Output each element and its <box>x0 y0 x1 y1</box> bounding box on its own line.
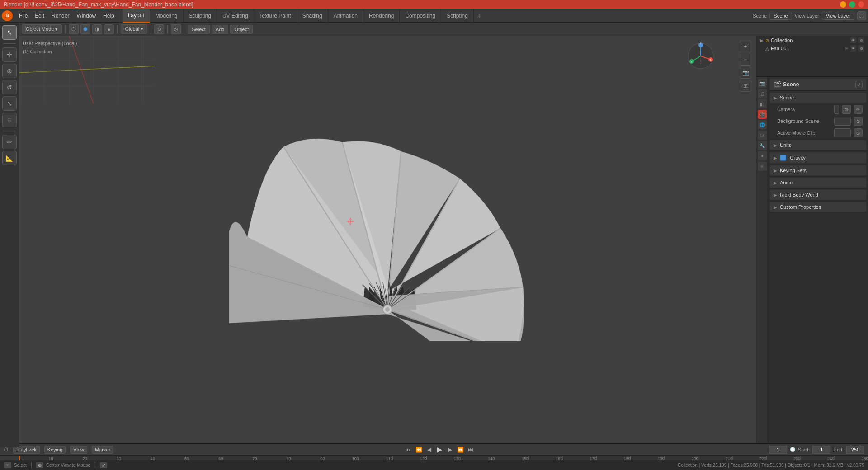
viewlayer-selector[interactable]: View Layer <box>822 12 854 20</box>
gravity-label: Gravity <box>790 155 806 160</box>
bg-scene-value[interactable] <box>834 117 851 126</box>
fan-eye-icon[interactable]: 👁 <box>850 45 856 52</box>
jump-start-btn[interactable]: ⏮ <box>404 445 413 454</box>
step-fwd-btn[interactable]: ▶ <box>445 445 454 454</box>
outliner-fan-item[interactable]: △ Fan.001 ∞ 👁 ⊘ <box>758 44 866 52</box>
tab-rendering[interactable]: Rendering <box>363 9 400 23</box>
tab-animation[interactable]: Animation <box>328 9 363 23</box>
step-back-btn[interactable]: ◀ <box>425 445 434 454</box>
close-button[interactable] <box>858 1 864 8</box>
outliner-scene-collection[interactable]: ▶ ⊙ Collection 👁 ⊘ <box>758 36 866 44</box>
next-keyframe-btn[interactable]: ⏩ <box>456 445 465 454</box>
custom-props-header[interactable]: ▶ Custom Properties <box>770 202 866 212</box>
viewport-look[interactable]: ◑ <box>92 24 102 34</box>
prop-scene-icon[interactable]: 🎬 <box>758 110 767 119</box>
zoom-in-btn[interactable]: + <box>740 41 751 52</box>
bg-scene-picker-btn[interactable]: ⊙ <box>854 117 863 126</box>
minimize-button[interactable] <box>840 1 846 8</box>
tool-transform[interactable]: ⌗ <box>2 113 17 127</box>
units-arrow: ▶ <box>774 143 777 148</box>
hide-icon[interactable]: ⊘ <box>858 37 864 43</box>
prop-particles-icon[interactable]: ✦ <box>758 151 767 160</box>
view-btn[interactable]: View <box>70 446 87 454</box>
fullscreen-icon[interactable]: ⛶ <box>857 11 866 20</box>
proportional-icon[interactable]: ◎ <box>171 24 181 34</box>
units-section-header[interactable]: ▶ Units <box>770 140 866 150</box>
viewport-3d[interactable]: User Perspective (Local) (1) Collection <box>19 36 756 443</box>
prop-output-icon[interactable]: 🖨 <box>758 89 767 98</box>
restore-button[interactable] <box>849 1 855 8</box>
mode-selector[interactable]: Object Mode ▾ <box>22 24 62 34</box>
menu-render[interactable]: Render <box>48 11 73 21</box>
fan-model <box>229 138 546 341</box>
menu-file[interactable]: File <box>15 11 31 21</box>
tool-cursor[interactable]: ✛ <box>2 47 17 62</box>
zoom-out-btn[interactable]: − <box>740 54 751 66</box>
tool-scale[interactable]: ⤡ <box>2 96 17 111</box>
tool-measure[interactable]: 📐 <box>2 151 17 165</box>
audio-section-header[interactable]: ▶ Audio <box>770 178 866 188</box>
menu-window[interactable]: Window <box>73 11 99 21</box>
prop-view-icon[interactable]: ◧ <box>758 99 767 108</box>
tab-modeling[interactable]: Modeling <box>150 9 184 23</box>
tool-annotate[interactable]: ✏ <box>2 135 17 149</box>
prop-physics-icon[interactable]: ⚛ <box>758 162 767 171</box>
scene-section-header[interactable]: ▶ Scene <box>770 93 866 103</box>
menu-edit[interactable]: Edit <box>31 11 48 21</box>
tool-rotate[interactable]: ↺ <box>2 80 17 94</box>
viewport-wireframe[interactable]: ⬡ <box>69 24 79 34</box>
snap-icon[interactable]: ⊙ <box>154 24 164 34</box>
cam-btn[interactable]: 📷 <box>740 67 751 79</box>
tab-add[interactable]: + <box>474 10 485 21</box>
global-selector[interactable]: Global ▾ <box>121 24 147 34</box>
tab-scripting[interactable]: Scripting <box>441 9 474 23</box>
zoom-extents-btn[interactable]: ⊞ <box>740 80 751 92</box>
add-btn[interactable]: Add <box>212 25 229 34</box>
viewport-render[interactable]: ● <box>104 24 114 34</box>
scene-selector[interactable]: Scene <box>769 12 792 20</box>
panel-expand-btn[interactable]: ⤢ <box>855 81 863 88</box>
menu-bar: B File Edit Render Window Help Layout Mo… <box>0 9 868 23</box>
gravity-checkbox[interactable] <box>780 155 786 161</box>
movie-clip-picker-btn[interactable]: ⊙ <box>854 128 863 137</box>
tool-separator-2 <box>3 131 16 131</box>
start-frame-input[interactable] <box>812 446 830 454</box>
prop-object-icon[interactable]: ⬡ <box>758 131 767 140</box>
timeline-controls: ⏮ ⏪ ◀ ▶ ▶ ⏩ ⏭ <box>404 445 475 454</box>
camera-picker-btn[interactable]: ⊙ <box>842 105 851 114</box>
prop-modifier-icon[interactable]: 🔧 <box>758 141 767 150</box>
current-frame-input[interactable] <box>769 446 787 454</box>
eye-icon[interactable]: 👁 <box>850 37 856 43</box>
tab-texture-paint[interactable]: Texture Paint <box>254 9 297 23</box>
tab-sculpting[interactable]: Sculpting <box>184 9 217 23</box>
camera-value[interactable] <box>834 105 839 114</box>
tab-shading[interactable]: Shading <box>297 9 328 23</box>
tool-select[interactable]: ↖ <box>2 25 17 40</box>
viewport-solid[interactable]: ⬢ <box>80 24 90 34</box>
movie-clip-value[interactable] <box>834 128 851 137</box>
vt-sep-3 <box>151 25 151 34</box>
keying-btn[interactable]: Keying <box>44 446 66 454</box>
keying-sets-header[interactable]: ▶ Keying Sets <box>770 165 866 175</box>
select-btn[interactable]: Select <box>188 25 210 34</box>
jump-end-btn[interactable]: ⏭ <box>466 445 475 454</box>
object-btn[interactable]: Object <box>230 25 253 34</box>
fan-hide-icon[interactable]: ⊘ <box>858 45 864 52</box>
gravity-section-header[interactable]: ▶ Gravity <box>770 152 866 163</box>
timeline-icon[interactable]: ⏱ <box>4 447 9 452</box>
end-frame-input[interactable] <box>846 446 864 454</box>
rigid-body-header[interactable]: ▶ Rigid Body World <box>770 190 866 200</box>
tab-layout[interactable]: Layout <box>123 9 150 23</box>
prop-render-icon[interactable]: 📷 <box>758 79 767 88</box>
marker-btn[interactable]: Marker <box>92 446 113 454</box>
camera-edit-btn[interactable]: ✏ <box>854 105 863 114</box>
menu-help[interactable]: Help <box>99 11 118 21</box>
prop-world-icon[interactable]: 🌐 <box>758 120 767 129</box>
prev-keyframe-btn[interactable]: ⏪ <box>414 445 423 454</box>
custom-props-label: Custom Properties <box>780 204 821 210</box>
tab-uv-editing[interactable]: UV Editing <box>217 9 254 23</box>
play-btn[interactable]: ▶ <box>435 445 444 454</box>
title-bar-controls <box>840 1 864 8</box>
tab-compositing[interactable]: Compositing <box>400 9 441 23</box>
tool-move[interactable]: ⊕ <box>2 64 17 78</box>
